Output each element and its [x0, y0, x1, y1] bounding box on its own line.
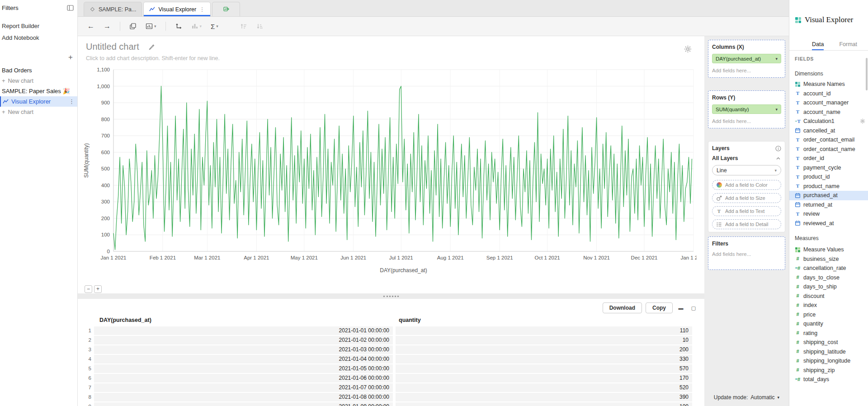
resize-grip-handle[interactable] [383, 296, 399, 297]
field-measure-values[interactable]: Measure Values [789, 245, 868, 255]
field-purchased-at[interactable]: purchased_at [789, 191, 868, 200]
table-row[interactable]: 22021-01-02 00:00:0010 [77, 335, 704, 345]
measures-list: Measure Values#business_size=#cancellati… [789, 245, 868, 384]
info-icon[interactable] [775, 146, 781, 151]
field-rating[interactable]: #rating [789, 329, 868, 338]
rows-y-drop-target[interactable]: Add fields here... [712, 118, 781, 124]
add-notebook-link[interactable]: Add Notebook [2, 34, 39, 41]
chart-type-button[interactable]: ▾ [146, 23, 156, 30]
tab-data[interactable]: Data [812, 38, 824, 50]
expand-table-icon[interactable]: ▢ [689, 303, 698, 312]
date-field-icon [795, 193, 801, 198]
columns-x-field-pill[interactable]: DAY(purchased_at) ▾ [712, 54, 781, 63]
field-measure-names[interactable]: Measure Names [789, 80, 868, 89]
field-days-to-ship[interactable]: #days_to_ship [789, 282, 868, 292]
size-shelf[interactable]: Add a field to Size [712, 193, 781, 203]
sidebar-item-visual-explorer[interactable]: Visual Explorer⋮ [0, 96, 77, 107]
more-options-icon[interactable]: ⋮ [69, 98, 75, 105]
add-page-button[interactable]: + [68, 53, 73, 61]
chart-description-placeholder[interactable]: Click to add chart description. Shift-en… [86, 55, 220, 61]
field-review[interactable]: Treview [789, 209, 868, 219]
zoom-in-button[interactable]: + [94, 285, 102, 293]
bar-chart-button[interactable]: ▾ [191, 23, 202, 30]
field-shipping-zip[interactable]: #shipping_zip [789, 366, 868, 375]
field-order-id[interactable]: Torder_id [789, 154, 868, 163]
sort-ascending-button[interactable] [240, 23, 247, 30]
tab-more-options-icon[interactable]: ⋮ [199, 6, 205, 13]
sidebar-item-sample-paper-sales[interactable]: SAMPLE: Paper Sales 🎉 [0, 86, 77, 96]
field-account-manager[interactable]: Taccount_manager [789, 98, 868, 108]
aggregate-button[interactable]: Σ ▾ [211, 23, 218, 30]
chart-settings-gear-icon[interactable] [684, 45, 692, 53]
svg-text:900: 900 [101, 100, 110, 105]
new-chart-tab[interactable] [212, 2, 240, 16]
table-row[interactable]: 62021-01-06 00:00:00170 [77, 373, 704, 383]
field-price[interactable]: #price [789, 310, 868, 320]
field-days-to-close[interactable]: #days_to_close [789, 273, 868, 283]
field-shipping-longitude[interactable]: #shipping_longitude [789, 356, 868, 366]
back-button[interactable]: ← [87, 22, 94, 30]
download-button[interactable]: Download [603, 302, 642, 313]
table-row[interactable]: 42021-01-04 00:00:00330 [77, 354, 704, 364]
report-builder-link[interactable]: Report Builder [2, 23, 39, 29]
table-row[interactable]: 72021-01-07 00:00:00520 [77, 383, 704, 392]
field-order-contact-name[interactable]: Torder_contact_name [789, 145, 868, 154]
sort-descending-button[interactable] [256, 23, 264, 30]
scrollbar-thumb[interactable] [866, 58, 868, 90]
sidebar-item-bad-orders[interactable]: Bad Orders [0, 65, 77, 76]
field-business-size[interactable]: #business_size [789, 255, 868, 264]
table-row[interactable]: 52021-01-05 00:00:00570 [77, 364, 704, 373]
zoom-out-button[interactable]: − [85, 285, 92, 293]
swap-axes-button[interactable] [175, 23, 182, 30]
color-shelf[interactable]: Add a field to Color [712, 180, 781, 190]
field-account-name[interactable]: Taccount_name [789, 108, 868, 117]
update-mode-select[interactable]: Automatic [750, 394, 774, 401]
table-row[interactable]: 82021-01-08 00:00:00390 [77, 392, 704, 402]
panel-resize-band [77, 293, 704, 299]
field-order-contact-email[interactable]: Torder_contact_email [789, 135, 868, 145]
column-header-purchased-at[interactable]: DAY(purchased_at) [99, 317, 151, 323]
table-row[interactable]: 32021-01-03 00:00:00200 [77, 345, 704, 354]
edit-title-pencil-icon[interactable] [148, 43, 155, 50]
sidebar-new-chart[interactable]: +New chart [0, 76, 77, 86]
chevron-up-icon[interactable] [775, 156, 781, 161]
field-discount[interactable]: #discount [789, 292, 868, 301]
field-reviewed-at[interactable]: reviewed_at [789, 219, 868, 228]
field-cancelled-at[interactable]: cancelled_at [789, 126, 868, 136]
detail-shelf[interactable]: Add a field to Detail [712, 219, 781, 229]
field-quantity[interactable]: #quantity [789, 319, 868, 329]
tab-sample-paper-sales[interactable]: SAMPLE: Pa... [84, 2, 142, 16]
duplicate-chart-button[interactable] [129, 23, 137, 30]
line-chart[interactable]: 01002003004005006007008009001,0001,100Ja… [82, 62, 697, 279]
collapse-table-icon[interactable]: ▬ [676, 303, 685, 312]
forward-button[interactable]: → [104, 22, 111, 30]
field-account-id[interactable]: Taccount_id [789, 89, 868, 99]
collapse-panel-icon[interactable] [67, 5, 74, 11]
columns-x-drop-target[interactable]: Add fields here... [712, 68, 781, 73]
table-row[interactable]: 12021-01-01 00:00:00110 [77, 326, 704, 335]
table-row[interactable]: 92021-01-09 00:00:00100 [77, 402, 704, 406]
tab-format[interactable]: Format [839, 38, 857, 50]
field-returned-at[interactable]: returned_at [789, 200, 868, 210]
field-shipping-latitude[interactable]: #shipping_latitude [789, 347, 868, 357]
cell-quantity: 330 [396, 355, 692, 364]
field-calculation1[interactable]: =TCalculation1 [789, 117, 868, 126]
column-header-quantity[interactable]: quantity [399, 317, 421, 323]
field-index[interactable]: #index [789, 301, 868, 310]
text-shelf[interactable]: T Add a field to Text [712, 206, 781, 216]
rows-y-field-pill[interactable]: SUM(quantity) ▾ [712, 104, 781, 114]
field-product-name[interactable]: Tproduct_name [789, 182, 868, 191]
all-layers-label[interactable]: All Layers [712, 155, 738, 161]
mark-type-select[interactable]: Line ▾ [712, 165, 781, 175]
field-product-id[interactable]: Tproduct_id [789, 172, 868, 182]
field-cancellation-rate[interactable]: =#cancellation_rate [789, 264, 868, 273]
field-gear-icon[interactable] [860, 118, 865, 124]
field-total-days[interactable]: =#total_days [789, 375, 868, 384]
copy-button[interactable]: Copy [646, 302, 673, 313]
tab-visual-explorer[interactable]: Visual Explorer ⋮ [143, 2, 211, 16]
sidebar-new-chart[interactable]: +New chart [0, 107, 77, 117]
chart-title[interactable]: Untitled chart [86, 42, 139, 52]
filters-drop-target[interactable]: Add fields here... [712, 251, 781, 257]
field-shipping-cost[interactable]: #shipping_cost [789, 338, 868, 347]
field-payment-cycle[interactable]: Tpayment_cycle [789, 163, 868, 173]
